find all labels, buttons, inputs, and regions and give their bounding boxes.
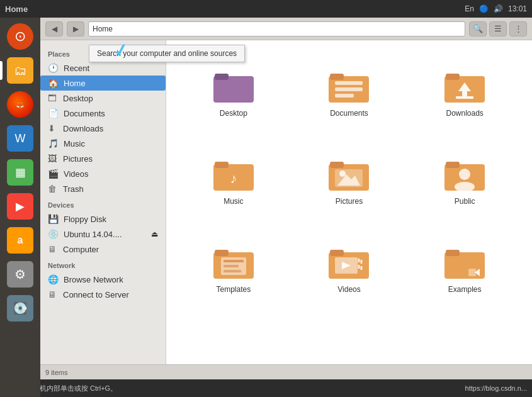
more-button[interactable]: ⋮ [509, 21, 527, 36]
sidebar-item-downloads-label: Downloads [63, 124, 103, 133]
documents-icon: 📄 [48, 108, 59, 118]
statusbar-text: 9 items [45, 369, 67, 376]
location-bar[interactable]: Home Search your computer and online sou… [88, 21, 465, 36]
folder-music[interactable]: ♪ Music [179, 141, 288, 223]
folder-downloads-icon [444, 70, 485, 105]
file-manager-window: ◀ ▶ Home Search your computer and online… [40, 18, 532, 379]
folder-templates[interactable]: Templates [179, 229, 288, 311]
folder-documents-icon [329, 70, 369, 105]
firefox-icon: 🦊 [7, 91, 33, 118]
folder-examples[interactable]: Examples [410, 229, 519, 311]
launcher-item-disk[interactable]: 💽 [4, 292, 37, 325]
sidebar-item-downloads[interactable]: ⬇ Downloads [40, 121, 166, 136]
sidebar-item-computer-label: Computer [63, 245, 99, 254]
fm-body: Places 🕐 Recent 🏠 Home 🗔 Desktop 📄 Docum… [40, 40, 532, 364]
devices-label: Devices [40, 196, 166, 211]
home-icon: 🏠 [48, 78, 59, 88]
calc-icon: ▦ [7, 159, 33, 186]
launcher-item-calc[interactable]: ▦ [4, 156, 37, 189]
launcher-item-impress[interactable]: ▶ [4, 190, 37, 223]
sidebar-item-ubuntu-disk[interactable]: 💿 Ubuntu 14.04.... ⏏ [40, 226, 166, 242]
folder-desktop-label: Desktop [220, 109, 247, 118]
topbar-lang: En [465, 4, 474, 13]
launcher-item-settings[interactable]: ⚙ [4, 258, 37, 291]
svg-rect-0 [213, 76, 254, 103]
sidebar-item-documents-label: Documents [64, 109, 105, 118]
recent-icon: 🕐 [48, 63, 59, 73]
forward-button[interactable]: ▶ [67, 21, 84, 36]
folder-public[interactable]: Public [410, 141, 519, 223]
folder-documents[interactable]: Documents [295, 53, 404, 135]
sidebar-item-ubuntu-label: Ubuntu 14.04.... [64, 230, 122, 239]
folder-examples-icon [444, 246, 485, 281]
svg-rect-8 [446, 74, 460, 80]
music-icon: 🎵 [48, 138, 59, 148]
launcher-item-firefox[interactable]: 🦊 [4, 88, 37, 121]
folder-downloads-label: Downloads [446, 109, 483, 118]
svg-point-19 [339, 171, 346, 177]
sidebar-item-recent[interactable]: 🕐 Recent [40, 60, 166, 75]
svg-rect-1 [215, 74, 229, 80]
svg-point-22 [459, 169, 470, 180]
sidebar-item-videos[interactable]: 🎬 Videos [40, 166, 166, 181]
folder-desktop-icon [213, 70, 254, 105]
header-icons: 🔍 ☰ ⋮ [469, 21, 527, 36]
launcher: ⊙ 🗂 🦊 W ▦ ▶ a ⚙ 💽 [0, 18, 40, 397]
sidebar-item-floppy[interactable]: 💾 Floppy Disk [40, 211, 166, 226]
folder-documents-label: Documents [330, 109, 368, 118]
launcher-item-amazon[interactable]: a [4, 224, 37, 257]
folder-pictures[interactable]: Pictures [295, 141, 404, 223]
sidebar-item-music[interactable]: 🎵 Music [40, 136, 166, 151]
sidebar-item-pictures[interactable]: 🖼 Pictures [40, 151, 166, 166]
location-text: Home [93, 25, 113, 33]
terminal-url: https://blog.csdn.n... [465, 384, 527, 392]
launcher-item-files[interactable]: 🗂 [4, 54, 37, 87]
back-button[interactable]: ◀ [45, 21, 63, 36]
sidebar-item-videos-label: Videos [64, 169, 89, 179]
svg-rect-6 [335, 94, 354, 98]
network-label: Network [40, 257, 166, 272]
sidebar-item-desktop[interactable]: 🗔 Desktop [40, 91, 166, 106]
svg-rect-16 [330, 162, 344, 168]
topbar-bluetooth-icon: 🔵 [479, 4, 489, 13]
svg-rect-10 [462, 91, 467, 96]
sidebar-item-desktop-label: Desktop [63, 94, 93, 103]
sidebar-item-browse-network[interactable]: 🌐 Browse Network [40, 272, 166, 287]
folder-desktop[interactable]: Desktop [179, 53, 288, 135]
sidebar-item-home[interactable]: 🏠 Home [40, 75, 166, 91]
svg-rect-13 [215, 162, 229, 168]
launcher-item-ubuntu[interactable]: ⊙ [4, 20, 37, 53]
folder-music-label: Music [224, 197, 243, 206]
folder-videos[interactable]: Videos [295, 229, 404, 311]
connect-server-icon: 🖥 [48, 289, 58, 299]
writer-icon: W [7, 125, 33, 152]
svg-rect-28 [224, 265, 239, 267]
impress-icon: ▶ [7, 193, 33, 220]
eject-icon[interactable]: ⏏ [151, 230, 158, 238]
sidebar-item-computer[interactable]: 🖥 Computer [40, 242, 166, 257]
sidebar-item-connect-server[interactable]: 🖥 Connect to Server [40, 287, 166, 302]
folder-public-label: Public [455, 197, 475, 206]
fm-content: Desktop Documents [166, 40, 532, 364]
menu-button[interactable]: ☰ [489, 21, 507, 36]
folder-examples-label: Examples [448, 285, 482, 294]
svg-rect-31 [330, 250, 344, 256]
sidebar-item-browse-network-label: Browse Network [64, 275, 123, 284]
downloads-icon: ⬇ [48, 123, 58, 133]
window-title: Home [5, 4, 28, 14]
topbar: Home En 🔵 🔊 13:01 [0, 0, 532, 18]
videos-icon: 🎬 [48, 169, 59, 179]
topbar-volume-icon: 🔊 [494, 4, 503, 13]
fm-sidebar: Places 🕐 Recent 🏠 Home 🗔 Desktop 📄 Docum… [40, 40, 166, 364]
browse-network-icon: 🌐 [48, 274, 59, 284]
folder-downloads[interactable]: Downloads [410, 53, 519, 135]
files-icon: 🗂 [7, 57, 33, 84]
folder-videos-icon [329, 246, 369, 281]
folder-pictures-icon [329, 158, 369, 193]
launcher-item-writer[interactable]: W [4, 122, 37, 155]
search-button[interactable]: 🔍 [469, 21, 487, 36]
sidebar-item-trash[interactable]: 🗑 Trash [40, 181, 166, 196]
folder-pictures-label: Pictures [336, 197, 363, 206]
folder-templates-label: Templates [216, 285, 251, 294]
sidebar-item-documents[interactable]: 📄 Documents [40, 106, 166, 121]
